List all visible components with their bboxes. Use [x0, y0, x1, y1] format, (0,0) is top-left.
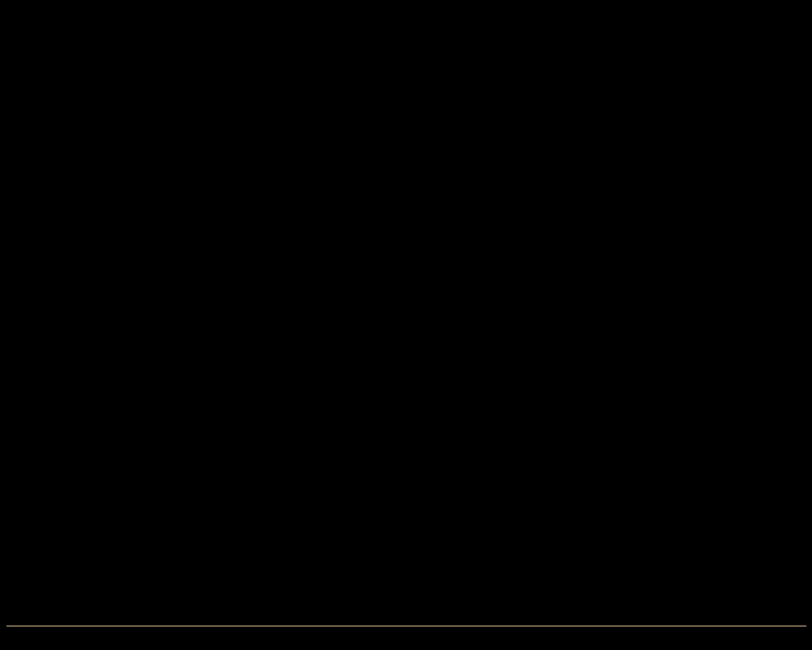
- prorealtime-window: [0, 0, 812, 650]
- axis-ticks-overlay: [0, 0, 812, 650]
- instrument-title: [0, 2, 812, 14]
- last-price-label: [389, 2, 412, 14]
- time-axis: [6, 626, 806, 626]
- header: [0, 0, 812, 15]
